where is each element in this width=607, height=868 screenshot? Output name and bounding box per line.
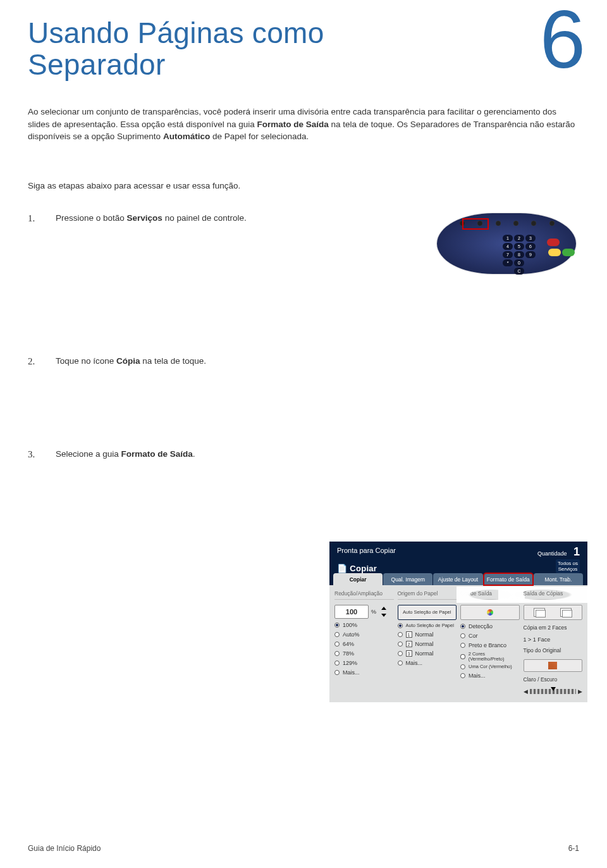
- radio-icon[interactable]: [334, 642, 340, 647]
- radio-icon[interactable]: [460, 633, 465, 638]
- opt-tray1[interactable]: Normal: [415, 631, 434, 638]
- step-2-text: Toque no ícone Cópia na tela de toque.: [56, 356, 419, 366]
- radio-icon[interactable]: [460, 643, 465, 648]
- opt-pb[interactable]: Preto e Branco: [469, 642, 506, 648]
- light-dark-slider[interactable]: [530, 689, 577, 694]
- original-type-button[interactable]: [524, 659, 583, 672]
- keypad-key: 8: [514, 251, 524, 258]
- opt-78[interactable]: 78%: [343, 650, 354, 657]
- col4-title: Saída de Cópias: [524, 590, 583, 600]
- footer-right: 6-1: [568, 844, 579, 853]
- all-services-button[interactable]: Todos os Serviços: [556, 559, 580, 573]
- numeric-keypad: 1 2 3 4 5 6 7 8 9 * 0 C: [503, 235, 537, 275]
- radio-icon[interactable]: [398, 642, 403, 647]
- keypad-key: *: [503, 259, 513, 266]
- radio-icon[interactable]: [334, 651, 340, 656]
- color-detect-button[interactable]: [460, 605, 520, 620]
- follow-steps: Siga as etapas abaixo para acessar e usa…: [28, 181, 579, 190]
- radio-icon[interactable]: [460, 673, 465, 678]
- copier-touchscreen: Pronta para Copiar Quantidade 1 📄 Copiar…: [329, 542, 587, 776]
- opt-1to1[interactable]: 1 > 1 Face: [524, 636, 551, 643]
- auto-paper-button[interactable]: Auto Seleção de Papel: [398, 605, 457, 620]
- radio-icon[interactable]: [460, 654, 465, 659]
- radio-icon[interactable]: [398, 660, 403, 666]
- keypad-key: 1: [503, 235, 513, 242]
- opt-cor[interactable]: Cor: [469, 633, 478, 639]
- intro-bold-1: Formato de Saída: [257, 120, 329, 129]
- intro-bold-2: Automático: [163, 132, 210, 141]
- collate-button[interactable]: [524, 605, 583, 620]
- tab-copiar[interactable]: Copiar: [333, 573, 383, 585]
- tray-3-badge: 3: [406, 650, 412, 657]
- opt-mais-papel[interactable]: Mais...: [406, 660, 423, 666]
- panel-shortcut-btn: [549, 221, 555, 226]
- slider-right-icon[interactable]: ▶: [578, 688, 582, 695]
- tab-qual-imagem[interactable]: Qual. Imagem: [383, 573, 432, 585]
- keypad-clear: C: [514, 268, 524, 275]
- opt-tray3[interactable]: Normal: [415, 650, 434, 657]
- opt-auto[interactable]: Auto%: [343, 631, 360, 638]
- opt-deteccao[interactable]: Detecção: [469, 623, 493, 629]
- tab-formato-saida[interactable]: Formato de Saída: [484, 573, 533, 585]
- tab-mont-trab[interactable]: Mont. Trab.: [534, 573, 583, 585]
- radio-icon[interactable]: [398, 651, 403, 656]
- step2-b: Cópia: [116, 356, 140, 366]
- opt-64[interactable]: 64%: [343, 641, 354, 647]
- keypad-key: 3: [525, 235, 536, 242]
- opt-100[interactable]: 100%: [343, 622, 357, 628]
- zoom-value: 100: [334, 605, 369, 619]
- slider-pointer-icon: [551, 687, 556, 691]
- original-type-title: Tipo do Original: [524, 647, 583, 656]
- panel-shortcut-btn: [496, 221, 501, 226]
- original-type-icon: [548, 662, 557, 669]
- step3-b: Formato de Saída: [121, 449, 193, 459]
- opt-1cor[interactable]: Uma Cor (Vermelho): [469, 664, 512, 669]
- radio-icon[interactable]: [398, 632, 403, 637]
- tab-ajuste-layout[interactable]: Ajuste de Layout: [433, 573, 482, 585]
- step-3: 3. Selecione a guia Formato de Saída.: [28, 449, 579, 460]
- opt-2cores[interactable]: 2 Cores (Vermelho/Preto): [469, 652, 520, 661]
- keypad-key: 5: [514, 243, 524, 250]
- step1-c: no painel de controle.: [162, 213, 247, 223]
- keypad-key: 0: [514, 259, 524, 266]
- opt-mais[interactable]: Mais...: [343, 669, 360, 676]
- intro-text-e: de Papel for selecionada.: [210, 132, 309, 141]
- radio-icon[interactable]: [334, 670, 340, 675]
- opt-129[interactable]: 129%: [343, 660, 357, 666]
- panel-shortcut-btn: [531, 221, 536, 226]
- step-3-text: Selecione a guia Formato de Saída.: [56, 449, 579, 459]
- copier-tabs: Copiar Qual. Imagem Ajuste de Layout For…: [329, 573, 587, 585]
- step3-a: Selecione a guia: [56, 449, 121, 459]
- radio-icon[interactable]: [398, 623, 403, 628]
- page-title-line2: Separador: [28, 49, 324, 81]
- radio-icon[interactable]: [334, 623, 340, 628]
- opt-auto-papel[interactable]: Auto Seleção de Papel: [406, 623, 454, 628]
- pause-button: [548, 249, 561, 256]
- intro-paragraph: Ao selecionar um conjunto de transparênc…: [28, 106, 578, 143]
- step1-b: Serviços: [127, 213, 162, 223]
- step-1-text: Pressione o botão Serviços no painel de …: [56, 213, 419, 223]
- function-title: 📄 Copiar: [337, 564, 377, 573]
- col-cor-saida: Cor de Saída Detecção Cor Preto e Branco…: [460, 590, 520, 695]
- col-saida-copias: Saída de Cópias Cópia em 2 Faces 1 > 1 F…: [524, 590, 583, 695]
- step-3-number: 3.: [28, 449, 40, 460]
- radio-icon[interactable]: [334, 660, 340, 666]
- keypad-key: 4: [503, 243, 513, 250]
- zoom-down-icon[interactable]: [381, 614, 386, 617]
- status-ready: Pronta para Copiar: [337, 547, 396, 554]
- radio-icon[interactable]: [460, 664, 465, 669]
- opt-tray2[interactable]: Normal: [415, 641, 434, 647]
- radio-icon[interactable]: [334, 632, 340, 637]
- panel-shortcut-btn: [513, 221, 518, 226]
- slider-left-icon[interactable]: ◀: [524, 688, 528, 695]
- col3-title: Cor de Saída: [460, 590, 520, 600]
- step-1-number: 1.: [28, 213, 40, 224]
- page-title-line1: Usando Páginas como: [28, 18, 324, 49]
- radio-icon[interactable]: [460, 624, 465, 629]
- quantity-value: 1: [573, 545, 580, 558]
- opt-mais-cor[interactable]: Mais...: [469, 673, 486, 679]
- zoom-up-icon[interactable]: [381, 607, 386, 610]
- step1-a: Pressione o botão: [56, 213, 127, 223]
- collate-icon: [560, 608, 572, 617]
- chapter-number: 6: [540, 6, 586, 72]
